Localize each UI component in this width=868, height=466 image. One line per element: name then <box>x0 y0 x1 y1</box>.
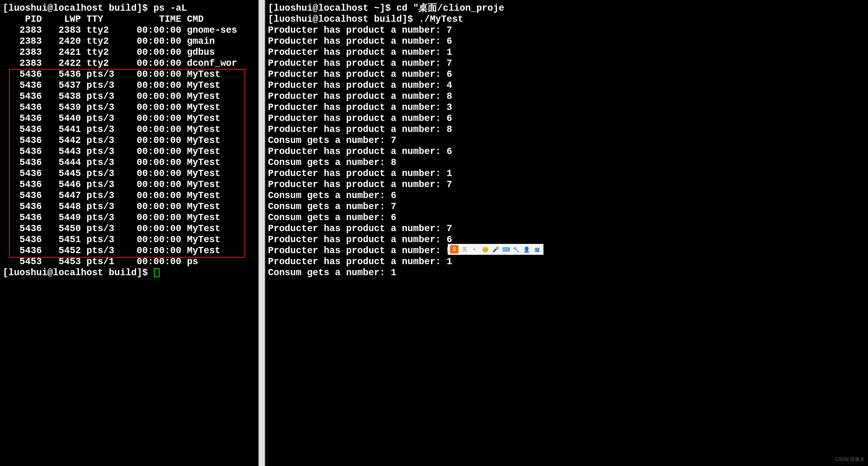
ps-row: 2383 2422 tty2 00:00:00 dconf_wor <box>3 58 256 69</box>
ps-row: 5436 5444 pts/3 00:00:00 MyTest <box>3 157 256 168</box>
left-terminal-pane[interactable]: [luoshui@localhost build]$ ps -aL PID LW… <box>0 0 258 466</box>
ime-emoji-icon[interactable]: 😊 <box>481 245 489 253</box>
output-line: Producter has product a number: 5 <box>268 245 865 256</box>
ime-tool-icon[interactable]: 🔧 <box>512 245 520 253</box>
ime-keyboard-icon[interactable]: ⌨ <box>502 245 510 253</box>
cursor <box>154 268 159 277</box>
output-line: Consum gets a number: 6 <box>268 212 865 223</box>
output-line: Producter has product a number: 3 <box>268 102 865 113</box>
output-line: Producter has product a number: 6 <box>268 234 865 245</box>
ps-row: 5436 5446 pts/3 00:00:00 MyTest <box>3 179 256 190</box>
left-prompt-2: [luoshui@localhost build]$ <box>3 267 256 278</box>
watermark: CSDN @落水 <box>835 456 865 463</box>
ps-row: 5436 5447 pts/3 00:00:00 MyTest <box>3 190 256 201</box>
ps-row: 5453 5453 pts/1 00:00:00 ps <box>3 256 256 267</box>
ps-row: 5436 5440 pts/3 00:00:00 MyTest <box>3 113 256 124</box>
output-line: Producter has product a number: 7 <box>268 58 865 69</box>
ps-row: 5436 5441 pts/3 00:00:00 MyTest <box>3 124 256 135</box>
ps-row: 2383 2383 tty2 00:00:00 gnome-ses <box>3 25 256 36</box>
output-line: Producter has product a number: 6 <box>268 146 865 157</box>
ps-row: 2383 2420 tty2 00:00:00 gmain <box>3 36 256 47</box>
output-line: Producter has product a number: 6 <box>268 36 865 47</box>
ps-row: 5436 5445 pts/3 00:00:00 MyTest <box>3 168 256 179</box>
ps-row: 5436 5436 pts/3 00:00:00 MyTest <box>3 69 256 80</box>
output-line: Consum gets a number: 8 <box>268 157 865 168</box>
ime-logo-icon[interactable]: S <box>450 245 458 253</box>
output-line: Producter has product a number: 8 <box>268 91 865 102</box>
ps-row: 5436 5437 pts/3 00:00:00 MyTest <box>3 80 256 91</box>
output-line: Producter has product a number: 1 <box>268 168 865 179</box>
ps-row: 5436 5442 pts/3 00:00:00 MyTest <box>3 135 256 146</box>
right-prompt-1: [luoshui@localhost ~]$ cd "桌面/clion_proj… <box>268 3 865 14</box>
output-line: Producter has product a number: 8 <box>268 124 865 135</box>
output-line: Producter has product a number: 7 <box>268 223 865 234</box>
ps-row: 5436 5439 pts/3 00:00:00 MyTest <box>3 102 256 113</box>
left-prompt-1: [luoshui@localhost build]$ ps -aL <box>3 3 256 14</box>
ime-punct-icon[interactable]: •, <box>471 245 479 253</box>
output-line: Consum gets a number: 7 <box>268 201 865 212</box>
ps-row: 2383 2421 tty2 00:00:00 gdbus <box>3 47 256 58</box>
ps-output: 2383 2383 tty2 00:00:00 gnome-ses 2383 2… <box>3 25 256 267</box>
output-line: Producter has product a number: 1 <box>268 256 865 267</box>
ps-row: 5436 5443 pts/3 00:00:00 MyTest <box>3 146 256 157</box>
ps-row: 5436 5438 pts/3 00:00:00 MyTest <box>3 91 256 102</box>
ime-toolbar[interactable]: S 英 •, 😊 🎤 ⌨ 🔧 👤 ▦ <box>448 244 544 255</box>
pane-divider[interactable] <box>258 0 265 466</box>
ime-lang-toggle[interactable]: 英 <box>461 245 469 253</box>
output-line: Producter has product a number: 6 <box>268 113 865 124</box>
output-line: Consum gets a number: 1 <box>268 267 865 278</box>
ps-row: 5436 5452 pts/3 00:00:00 MyTest <box>3 245 256 256</box>
output-line: Producter has product a number: 1 <box>268 47 865 58</box>
output-line: Consum gets a number: 6 <box>268 190 865 201</box>
ime-grid-icon[interactable]: ▦ <box>533 245 541 253</box>
ps-header: PID LWP TTY TIME CMD <box>3 14 256 25</box>
output-line: Producter has product a number: 7 <box>268 179 865 190</box>
output-line: Consum gets a number: 7 <box>268 135 865 146</box>
ps-row: 5436 5450 pts/3 00:00:00 MyTest <box>3 223 256 234</box>
ps-row: 5436 5449 pts/3 00:00:00 MyTest <box>3 212 256 223</box>
ps-row: 5436 5451 pts/3 00:00:00 MyTest <box>3 234 256 245</box>
ime-mic-icon[interactable]: 🎤 <box>492 245 500 253</box>
right-prompt-2: [luoshui@localhost build]$ ./MyTest <box>268 14 865 25</box>
ime-person-icon[interactable]: 👤 <box>523 245 531 253</box>
output-line: Producter has product a number: 4 <box>268 80 865 91</box>
right-terminal-pane[interactable]: [luoshui@localhost ~]$ cd "桌面/clion_proj… <box>265 0 868 466</box>
output-line: Producter has product a number: 6 <box>268 69 865 80</box>
program-output: Producter has product a number: 7Product… <box>268 25 865 278</box>
ps-row: 5436 5448 pts/3 00:00:00 MyTest <box>3 201 256 212</box>
output-line: Producter has product a number: 7 <box>268 25 865 36</box>
